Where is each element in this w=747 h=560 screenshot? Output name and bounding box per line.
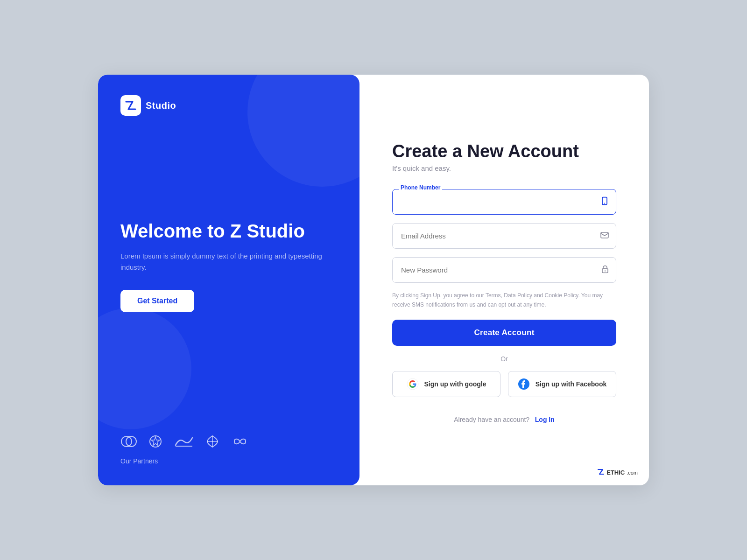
email-input[interactable] [392,223,616,249]
password-icon [601,265,609,275]
watermark-z [597,468,605,477]
facebook-icon [518,378,530,390]
login-prompt: Already have an account? [454,416,529,423]
welcome-description: Lorem Ipsum is simply dummy text of the … [120,251,337,273]
get-started-button[interactable]: Get Started [120,290,194,312]
facebook-label: Sign up with Facebook [536,380,606,388]
watermark: ETHIC .com [597,468,638,477]
login-row: Already have an account? Log In [392,416,616,423]
password-input[interactable] [392,257,616,283]
logo-label: Studio [146,100,176,111]
phone-form-group: Phone Number [392,189,616,215]
logo-icon [120,95,141,116]
main-card: Studio Welcome to Z Studio Lorem Ipsum i… [98,75,649,485]
phone-icon [600,196,609,207]
google-signup-button[interactable]: Sign up with google [392,371,500,397]
page-title: Create a New Account [392,141,616,161]
left-panel: Studio Welcome to Z Studio Lorem Ipsum i… [98,75,359,485]
right-panel: Create a New Account It's quick and easy… [359,75,649,485]
or-divider: Or [392,355,616,363]
svg-point-7 [604,203,605,203]
page-subtitle: It's quick and easy. [392,164,616,172]
social-buttons: Sign up with google Sign up with Faceboo… [392,371,616,397]
watermark-dotcom: .com [627,470,638,476]
partner-icon-3 [174,435,194,451]
partner-icon-2 [148,434,162,452]
partner-icon-4 [205,434,219,452]
logo-row: Studio [120,95,337,116]
svg-point-10 [605,270,606,271]
email-icon [600,231,609,241]
password-form-group [392,257,616,283]
partner-icon-5 [231,435,249,451]
email-form-group [392,223,616,249]
phone-input[interactable] [392,189,616,215]
watermark-brand: ETHIC [606,469,625,476]
partners-section: Our Partners [120,434,337,465]
phone-floating-label: Phone Number [399,184,442,191]
svg-rect-8 [601,232,608,238]
partners-label: Our Partners [120,457,337,465]
partner-icon-1 [120,435,137,451]
google-icon [407,378,419,390]
terms-text: By clicking Sign Up, you agree to our Te… [392,291,616,309]
welcome-title: Welcome to Z Studio [120,220,337,242]
google-label: Sign up with google [424,380,486,388]
create-account-button[interactable]: Create Account [392,320,616,346]
partner-icons [120,434,337,452]
facebook-signup-button[interactable]: Sign up with Facebook [508,371,616,397]
left-content: Welcome to Z Studio Lorem Ipsum is simpl… [120,220,337,312]
login-link[interactable]: Log In [535,416,555,423]
